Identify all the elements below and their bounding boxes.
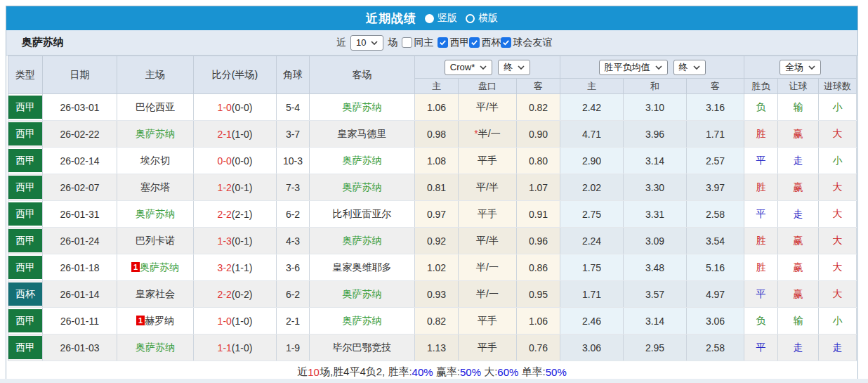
radio-selected-icon[interactable]	[425, 14, 434, 23]
page-bottom-strip	[0, 379, 868, 383]
wdl-result-cell: 负	[744, 94, 778, 121]
wdl-result-cell: 平	[744, 201, 778, 228]
competition-tag: 西甲	[8, 149, 42, 172]
wdl-result-cell: 胜	[744, 254, 778, 281]
table-row: 西杯26-01-14皇家社会2-2(0-2)6-2奥萨苏纳0.93半/一0.95…	[8, 281, 857, 308]
odds-home-cell: 1.08	[415, 148, 459, 174]
full-time-score: 0-0	[218, 155, 232, 167]
handicap-cell: 平手	[459, 335, 517, 361]
score-cell: 1-2(0-1)	[194, 174, 277, 201]
sub-header-odds-away: 客	[517, 79, 560, 94]
chevron-down-icon	[371, 41, 378, 45]
sub-header-avg-away: 客	[687, 79, 744, 94]
type-cell: 西甲	[8, 121, 43, 148]
checkbox-unchecked-icon[interactable]	[402, 37, 412, 48]
wdl-result-cell: 平	[744, 335, 778, 361]
home-team-cell: 1奥萨苏纳	[117, 254, 194, 281]
avg-group-header: 胜平负均值 终	[560, 56, 744, 79]
avg-home-cell: 2.75	[560, 201, 624, 228]
handicap-line: 平手	[478, 155, 497, 166]
score-cell: 3-2(1-1)	[194, 254, 277, 281]
filter-label: 西甲	[449, 37, 469, 49]
avg-home-cell: 1.71	[560, 281, 624, 308]
check-icon	[471, 39, 478, 46]
away-team-name: 奥萨苏纳	[343, 181, 382, 193]
date-cell: 26-01-14	[43, 281, 117, 308]
handicap-cell: 半/一	[459, 254, 517, 281]
corner-cell: 3-7	[277, 121, 310, 148]
handicap-cell: 平/半	[459, 94, 517, 121]
same-home-option[interactable]: 同主	[402, 37, 433, 49]
competition-filter-option[interactable]: 球会友谊	[501, 37, 552, 49]
away-team-name: 奥萨苏纳	[343, 288, 382, 299]
type-cell: 西杯	[8, 281, 43, 308]
away-team-cell: 奥萨苏纳	[310, 94, 415, 121]
type-cell: 西甲	[8, 335, 43, 361]
avg-home-cell: 2.02	[560, 174, 624, 201]
scope-select[interactable]: 全场	[780, 60, 821, 75]
sub-header-avg-home: 主	[560, 79, 624, 94]
away-team-name: 奥萨苏纳	[343, 101, 382, 112]
avg-draw-cell: 3.57	[624, 281, 687, 308]
away-team-name: 皇家奥维耶多	[333, 261, 392, 273]
home-team-name: 奥萨苏纳	[140, 261, 179, 273]
half-time-score: (1-0)	[232, 129, 253, 140]
avg-draw-cell: 3.48	[624, 254, 687, 281]
date-cell: 26-03-01	[43, 94, 117, 121]
checkbox-checked-icon[interactable]	[501, 37, 511, 48]
type-cell: 西甲	[8, 254, 43, 281]
table-row: 西甲26-02-14埃尔切0-0(0-0)10-3奥萨苏纳1.08平手0.802…	[8, 148, 857, 174]
avg-draw-cell: 3.09	[624, 228, 687, 254]
competition-filter-option[interactable]: 西甲	[438, 37, 469, 49]
odds-stage-select[interactable]: 终	[498, 60, 530, 75]
avg-away-cell: 5.16	[687, 254, 744, 281]
avg-type-select[interactable]: 胜平负均值	[599, 60, 668, 75]
score-cell: 1-0(1-0)	[194, 308, 277, 335]
radio-unselected-icon[interactable]	[466, 14, 475, 23]
handicap-result-cell: 赢	[778, 281, 819, 308]
sub-header-avg-draw: 和	[624, 79, 687, 94]
sub-header-wdl: 胜负	[744, 79, 778, 94]
odds-home-cell: 0.98	[415, 121, 459, 148]
panel-title: 近期战绩	[366, 11, 416, 27]
competition-tag: 西甲	[8, 229, 42, 252]
date-cell: 26-01-18	[43, 254, 117, 281]
full-time-score: 2-1	[218, 129, 232, 140]
bookmaker-select[interactable]: Crow*	[445, 60, 492, 75]
table-row: 西甲26-02-22奥萨苏纳2-1(1-0)3-7皇家马德里0.98*半/一0.…	[8, 121, 857, 148]
type-cell: 西甲	[8, 174, 43, 201]
col-header-date: 日期	[43, 56, 117, 94]
col-header-corner: 角球	[277, 56, 310, 94]
odds-away-cell: 0.90	[517, 121, 560, 148]
layout-radio-vertical[interactable]: 竖版	[425, 12, 457, 25]
date-cell: 26-01-11	[43, 308, 117, 335]
competition-filters: 西甲西杯球会友谊	[438, 37, 552, 49]
away-team-cell: 皇家马德里	[310, 121, 415, 148]
layout-radio-horizontal[interactable]: 横版	[466, 12, 498, 25]
corner-cell: 4-3	[277, 228, 310, 254]
avg-draw-cell: 3.10	[624, 94, 687, 121]
competition-tag: 西甲	[8, 309, 42, 332]
competition-filter-option[interactable]: 西杯	[469, 37, 501, 49]
competition-tag: 西甲	[8, 202, 42, 226]
date-cell: 26-02-22	[43, 121, 117, 148]
goals-result-cell: 小	[819, 94, 857, 121]
check-icon	[439, 39, 447, 46]
checkbox-checked-icon[interactable]	[469, 37, 480, 48]
filter-label: 西杯	[481, 37, 501, 49]
odds-away-cell: 0.86	[517, 254, 560, 281]
corner-cell: 6-2	[277, 281, 310, 308]
half-time-score: (0-0)	[232, 102, 253, 113]
handicap-result-cell: 走	[778, 201, 819, 228]
half-time-score: (0-1)	[232, 235, 253, 247]
summary-segment: 50%	[460, 366, 481, 378]
avg-stage-select[interactable]: 终	[673, 60, 706, 75]
checkbox-checked-icon[interactable]	[438, 37, 448, 48]
handicap-line: 半/一	[476, 261, 499, 273]
corner-cell: 2-1	[277, 308, 310, 335]
full-time-score: 1-3	[218, 235, 232, 247]
full-time-score: 1-2	[218, 182, 232, 193]
sub-header-goals: 进球数	[819, 79, 857, 94]
unit-label: 场	[388, 37, 397, 49]
recent-count-select[interactable]: 10	[350, 35, 383, 51]
